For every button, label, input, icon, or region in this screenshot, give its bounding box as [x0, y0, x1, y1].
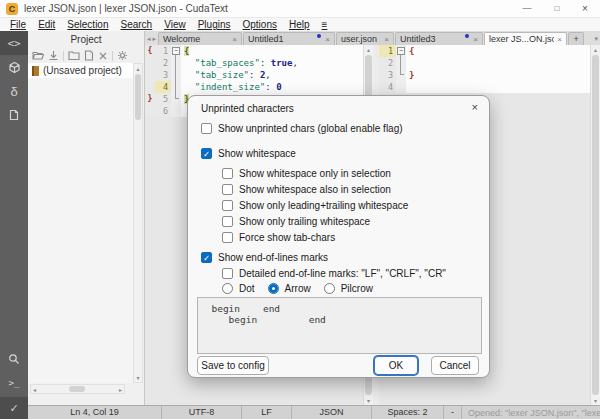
checkbox-box[interactable]: ✓: [201, 148, 212, 159]
maximize-button[interactable]: □: [544, 0, 570, 18]
import-icon[interactable]: [48, 47, 59, 65]
open-project-icon[interactable]: [32, 47, 44, 65]
checkbox-box[interactable]: [222, 168, 233, 179]
code-token: "tab_size": [195, 70, 249, 80]
menu-item-selection[interactable]: Selection: [61, 19, 114, 30]
preview-box: begin end begin end: [197, 297, 482, 354]
scroll-up-icon[interactable]: ▴: [134, 65, 142, 72]
checkbox-show-unprinted-chars-global[interactable]: Show unprinted chars (global enable flag…: [201, 122, 403, 134]
tab-close-icon[interactable]: ×: [473, 35, 478, 44]
fold-column[interactable]: [171, 105, 181, 117]
list-item[interactable]: (Unsaved project): [28, 63, 133, 78]
checkbox-force-show-tab-chars[interactable]: Force show tab-chars: [222, 231, 335, 243]
code-token: {: [184, 46, 189, 56]
scrollbar-thumb[interactable]: [592, 55, 599, 395]
ok-button[interactable]: OK: [374, 356, 418, 375]
new-file-icon[interactable]: [84, 47, 94, 65]
editor-vertical-scrollbar[interactable]: ▴ ▾: [590, 45, 600, 405]
gutter-bracket-mark: [145, 57, 155, 69]
new-tab-button[interactable]: +: [568, 32, 584, 45]
fold-marker[interactable]: −: [172, 47, 180, 55]
editor-row: 1{: [379, 45, 600, 57]
code-icon[interactable]: <>: [0, 31, 28, 55]
checkbox-box[interactable]: [201, 123, 212, 134]
menu-item-file[interactable]: File: [4, 19, 32, 30]
project-tree[interactable]: (Unsaved project): [28, 63, 133, 383]
scroll-down-icon[interactable]: ▾: [591, 397, 600, 404]
save-to-config-button[interactable]: Save to config: [197, 356, 269, 375]
radio-dot[interactable]: [324, 283, 335, 294]
radio-dot[interactable]: [222, 283, 233, 294]
scroll-right-icon[interactable]: ▸: [119, 386, 122, 393]
delta-icon[interactable]: δ: [0, 79, 28, 103]
checkbox-box[interactable]: [222, 200, 233, 211]
radio-pilcrow[interactable]: Pilcrow: [324, 283, 373, 294]
fold-marker[interactable]: −: [397, 47, 405, 55]
scroll-up-icon[interactable]: ▴: [364, 46, 373, 53]
radio-dot[interactable]: Dot: [222, 283, 255, 294]
menu-item-search[interactable]: Search: [115, 19, 159, 30]
code-token: ,: [292, 58, 297, 68]
menu-item-options[interactable]: Options: [237, 19, 283, 30]
tabs-overflow-icon[interactable]: ▾: [594, 35, 600, 45]
cancel-button[interactable]: Cancel: [431, 356, 479, 375]
scrollbar-thumb[interactable]: [135, 74, 141, 120]
minimize-button[interactable]: —: [514, 0, 540, 18]
menu-item-plugins[interactable]: Plugins: [192, 19, 237, 30]
menu-item-hamburger[interactable]: ≡: [316, 19, 334, 30]
checkbox-label: Show end-of-lines marks: [218, 252, 328, 263]
tabs-scroll-left-icon[interactable]: ◂: [145, 35, 153, 45]
scroll-left-icon[interactable]: ◂: [33, 386, 36, 393]
tab-welcome[interactable]: Welcome×: [158, 32, 242, 45]
checkbox-box[interactable]: [222, 232, 233, 243]
scroll-down-icon[interactable]: ▾: [134, 374, 142, 381]
checkbox-show-whitespace[interactable]: ✓Show whitespace: [201, 147, 296, 159]
close-button[interactable]: ×: [572, 0, 598, 18]
title-bar: C lexer JSON.json | lexer JSON.json - Cu…: [0, 0, 600, 18]
project-vertical-scrollbar[interactable]: ▴ ▾: [133, 63, 143, 383]
menu-item-help[interactable]: Help: [283, 19, 316, 30]
checkbox-box[interactable]: ✓: [201, 252, 212, 263]
tab-label: Welcome: [163, 34, 229, 44]
checkbox-show-only-trailing-whitespace[interactable]: Show only trailing whitespace: [222, 215, 370, 227]
radio-arrow[interactable]: Arrow: [268, 283, 311, 294]
tab-untitled3[interactable]: Untitled3×: [395, 32, 483, 45]
project-horizontal-scrollbar[interactable]: ◂ ▸: [30, 384, 125, 394]
tab-close-icon[interactable]: ×: [557, 35, 562, 44]
checkbox-box[interactable]: [222, 184, 233, 195]
checkbox-show-end-of-lines[interactable]: ✓Show end-of-lines marks: [201, 251, 328, 263]
code-token: "indent_size": [195, 82, 265, 92]
tab-close-icon[interactable]: ×: [384, 35, 389, 44]
status-cell: Ln 4, Col 19: [28, 406, 162, 419]
scrollbar-thumb[interactable]: [69, 386, 85, 392]
check-icon[interactable]: ✓: [0, 397, 28, 419]
close-project-icon[interactable]: [98, 47, 108, 65]
tab-close-icon[interactable]: ×: [325, 35, 330, 44]
scroll-up-icon[interactable]: ▴: [591, 46, 600, 53]
document-icon[interactable]: [0, 103, 28, 127]
checkbox-detailed-end-of-line[interactable]: Detailed end-of-line marks: "LF", "CRLF"…: [222, 267, 446, 279]
fold-column[interactable]: [396, 81, 406, 93]
menu-item-view[interactable]: View: [158, 19, 192, 30]
dialog-close-icon[interactable]: ×: [472, 101, 478, 113]
checkbox-box[interactable]: [222, 268, 233, 279]
settings-icon[interactable]: [117, 47, 128, 65]
tab-bar: ◂ ▸ Welcome×Untitled1×user.json×Untitled…: [145, 31, 600, 45]
console-icon[interactable]: >_: [0, 371, 28, 395]
package-icon[interactable]: [0, 55, 28, 79]
new-folder-icon[interactable]: [68, 47, 80, 65]
tab-close-icon[interactable]: ×: [232, 35, 237, 44]
radio-dot[interactable]: [268, 283, 279, 294]
tab-untitled1[interactable]: Untitled1×: [243, 32, 335, 45]
project-toolbar: [30, 48, 128, 63]
scroll-down-icon[interactable]: ▾: [364, 397, 373, 404]
checkbox-show-only-leading-trailing[interactable]: Show only leading+trailing whitespace: [222, 199, 408, 211]
code-token: }: [409, 70, 414, 80]
checkbox-show-whitespace-also-in[interactable]: Show whitespace also in selection: [222, 183, 391, 195]
checkbox-box[interactable]: [222, 216, 233, 227]
search-icon[interactable]: [0, 347, 28, 371]
tab-lexerjsonjson[interactable]: lexer JS...ON.json×: [484, 32, 567, 45]
menu-item-edit[interactable]: Edit: [32, 19, 61, 30]
tab-userjson[interactable]: user.json×: [336, 32, 394, 45]
checkbox-show-whitespace-only-in[interactable]: Show whitespace only in selection: [222, 167, 391, 179]
